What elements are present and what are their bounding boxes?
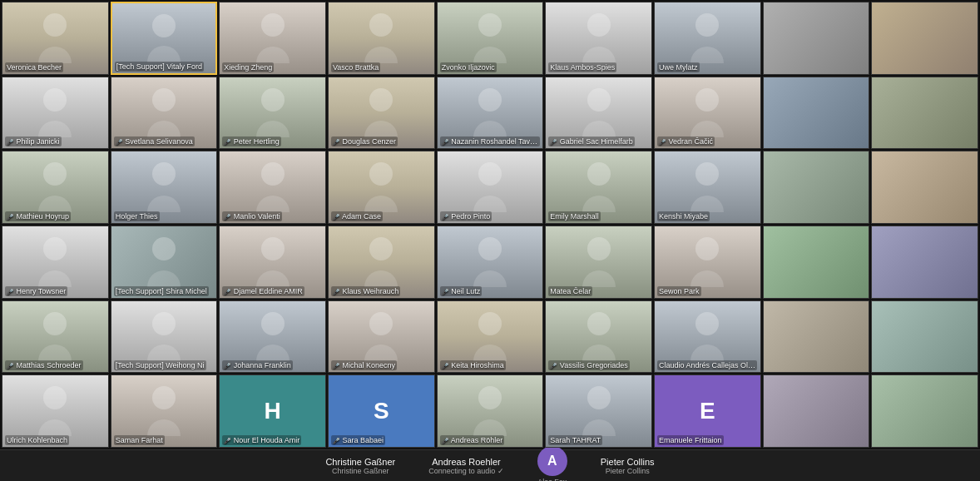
video-tile-matea-celar[interactable]: Matea Čelar: [545, 226, 652, 299]
tile-label-claudio-callejas: Claudio Andrés Callejas Olguín: [657, 360, 757, 370]
video-tile-xieding-zheng[interactable]: Xieding Zheng: [219, 2, 326, 75]
video-tile-empty9[interactable]: [763, 300, 870, 374]
tile-label-peter-hertling: 🎤 Peter Hertling: [222, 136, 281, 146]
tile-label-uwe-mylatz: Uwe Mylatz: [657, 62, 700, 72]
tile-label-mathieu-hoyrup: 🎤 Mathieu Hoyrup: [5, 211, 71, 221]
video-tile-weihong-ni[interactable]: [Tech Support] Weihong Ni: [111, 300, 218, 374]
tile-label-sewon-park: Sewon Park: [657, 286, 701, 296]
tile-label-kenshi-miyabe: Kenshi Miyabe: [657, 211, 710, 221]
bottom-sub-2: Connecting to audio ✓: [428, 467, 504, 475]
tile-label-vedran-cacic: 🎤 Vedran Čačić: [657, 136, 715, 146]
tile-label-philip-janicki: 🎤 Philip Janicki: [5, 136, 62, 146]
video-tile-klaus-ambos-spies[interactable]: Klaus Ambos-Spies: [545, 2, 652, 75]
video-tile-keita-hiroshima[interactable]: 🎤 Keita Hiroshima: [437, 300, 544, 374]
tile-label-vasco-brattka: Vasco Brattka: [331, 62, 380, 72]
video-tile-klaus-weihrauch[interactable]: 🎤 Klaus Weihrauch: [328, 226, 435, 299]
video-tile-empty10[interactable]: [871, 300, 978, 374]
video-tile-manlio-valenti[interactable]: 🎤 Manlio Valenti: [219, 151, 326, 224]
video-tile-empty11[interactable]: [763, 374, 870, 448]
tile-label-adam-case: 🎤 Adam Case: [331, 211, 383, 221]
video-tile-nour-el-houda[interactable]: h🎤 Nour El Houda Amir: [219, 374, 326, 448]
video-tile-empty12[interactable]: [871, 374, 978, 448]
bottom-sub-3: Pieter Collins: [606, 467, 650, 475]
tile-label-gabriel-sac-himelfarb: 🎤 Gabriel Sac Himelfarb: [548, 136, 635, 146]
tile-label-svetlana-selivanova: 🎤 Svetlana Selivanova: [114, 136, 195, 146]
video-tile-emanuele-frittaion[interactable]: EEmanuele Frittaion: [654, 374, 761, 448]
video-tile-philip-janicki[interactable]: 🎤 Philip Janicki: [2, 77, 109, 150]
video-tile-zvonko-iljazovic[interactable]: Zvonko Iljazovic: [437, 2, 544, 75]
video-tile-neil-lutz[interactable]: 🎤 Neil Lutz: [437, 226, 544, 299]
tile-label-zvonko-iljazovic: Zvonko Iljazovic: [440, 62, 497, 72]
video-tile-pedro-pinto[interactable]: 🎤 Pedro Pinto: [437, 151, 544, 224]
bottom-name-2: Andreas Roehler: [432, 457, 501, 467]
video-tile-empty6[interactable]: [871, 151, 978, 224]
tile-label-keita-hiroshima: 🎤 Keita Hiroshima: [440, 360, 506, 370]
video-tile-kenshi-miyabe[interactable]: Kenshi Miyabe: [654, 151, 761, 224]
video-tile-djamel-amir[interactable]: 🎤 Djamel Eddine AMIR: [219, 226, 326, 299]
video-tile-empty4[interactable]: [871, 77, 978, 150]
tile-label-matea-celar: Matea Čelar: [548, 286, 592, 296]
video-tile-empty5[interactable]: [763, 151, 870, 224]
video-tile-henry-towsner[interactable]: 🎤 Henry Towsner: [2, 226, 109, 299]
video-tile-sewon-park[interactable]: Sewon Park: [654, 226, 761, 299]
video-tile-svetlana-selivanova[interactable]: 🎤 Svetlana Selivanova: [111, 77, 218, 150]
video-tile-johanna-franklin[interactable]: 🎤 Johanna Franklin: [219, 300, 326, 374]
video-tile-empty2[interactable]: [871, 2, 978, 75]
video-tile-uwe-mylatz[interactable]: Uwe Mylatz: [654, 2, 761, 75]
video-tile-adam-case[interactable]: 🎤 Adam Case: [328, 151, 435, 224]
tile-label-neil-lutz: 🎤 Neil Lutz: [440, 286, 483, 296]
tile-label-johanna-franklin: 🎤 Johanna Franklin: [222, 360, 293, 370]
video-tile-sarah-tahrat[interactable]: Sarah TAHRAT: [545, 374, 652, 448]
bottom-bar: Christine Gaßner Christine Gaßner Andrea…: [0, 449, 980, 481]
video-tile-ulrich-kohlenbach[interactable]: Ulrich Kohlenbach: [2, 374, 109, 448]
alec-fox-sub: Alec Fox: [537, 478, 567, 482]
tile-label-sara-babaei: 🎤 Sara Babaei: [331, 435, 385, 445]
tile-label-sarah-tahrat: Sarah TAHRAT: [548, 435, 602, 445]
video-tile-empty1[interactable]: [763, 2, 870, 75]
tile-label-xieding-zheng: Xieding Zheng: [222, 62, 274, 72]
video-tile-matthias-schroeder[interactable]: 🎤 Matthias Schroeder: [2, 300, 109, 374]
video-tile-shira-michel[interactable]: [Tech Support] Shira Michel: [111, 226, 218, 299]
video-tile-saman-farhat[interactable]: Saman Farhat: [111, 374, 218, 448]
tile-label-pedro-pinto: 🎤 Pedro Pinto: [440, 211, 492, 221]
video-tile-empty8[interactable]: [871, 226, 978, 299]
video-tile-emily-marshall[interactable]: Emily Marshall: [545, 151, 652, 224]
bottom-participant-2: Andreas Roehler Connecting to audio ✓: [428, 457, 504, 475]
video-tile-empty3[interactable]: [763, 77, 870, 150]
video-tile-vedran-cacic[interactable]: 🎤 Vedran Čačić: [654, 77, 761, 150]
tile-label-vitaly-ford: [Tech Support] Vitaly Ford: [115, 62, 204, 72]
video-grid: Veronica Becher[Tech Support] Vitaly For…: [0, 0, 980, 449]
tile-label-veronica-becher: Veronica Becher: [5, 62, 63, 72]
tile-label-matthias-schroeder: 🎤 Matthias Schroeder: [5, 360, 83, 370]
video-tile-claudio-callejas[interactable]: Claudio Andrés Callejas Olguín: [654, 300, 761, 374]
video-tile-sara-babaei[interactable]: s🎤 Sara Babaei: [328, 374, 435, 448]
bottom-name-1: Christine Gaßner: [325, 457, 395, 467]
tile-label-holger-thies: Holger Thies: [114, 211, 160, 221]
bottom-participant-3: Pieter Collins Pieter Collins: [601, 457, 655, 475]
video-tile-andreas-rohler[interactable]: 🎤 Andreas Röhler: [437, 374, 544, 448]
video-tile-vasco-brattka[interactable]: Vasco Brattka: [328, 2, 435, 75]
tile-label-nour-el-houda: 🎤 Nour El Houda Amir: [222, 435, 301, 445]
video-tile-veronica-becher[interactable]: Veronica Becher: [2, 2, 109, 75]
bottom-participant-1: Christine Gaßner Christine Gaßner: [325, 457, 395, 475]
tile-label-manlio-valenti: 🎤 Manlio Valenti: [222, 211, 281, 221]
video-tile-vitaly-ford[interactable]: [Tech Support] Vitaly Ford: [111, 2, 218, 75]
tile-label-michal-konecny: 🎤 Michal Konecny: [331, 360, 397, 370]
video-tile-nazanin-roshandel[interactable]: 🎤 Nazanin Roshandel Tavana: [437, 77, 544, 150]
tile-label-ulrich-kohlenbach: Ulrich Kohlenbach: [5, 435, 69, 445]
video-tile-peter-hertling[interactable]: 🎤 Peter Hertling: [219, 77, 326, 150]
video-tile-vassilis-gregoriades[interactable]: 🎤 Vassilis Gregoriades: [545, 300, 652, 374]
video-tile-gabriel-sac-himelfarb[interactable]: 🎤 Gabriel Sac Himelfarb: [545, 77, 652, 150]
video-tile-michal-konecny[interactable]: 🎤 Michal Konecny: [328, 300, 435, 374]
tile-label-andreas-rohler: 🎤 Andreas Röhler: [440, 435, 505, 445]
tile-label-saman-farhat: Saman Farhat: [114, 435, 165, 445]
video-tile-mathieu-hoyrup[interactable]: 🎤 Mathieu Hoyrup: [2, 151, 109, 224]
alec-avatar: A: [537, 446, 567, 476]
tile-label-klaus-ambos-spies: Klaus Ambos-Spies: [548, 62, 616, 72]
tile-label-vassilis-gregoriades: 🎤 Vassilis Gregoriades: [548, 360, 629, 370]
video-tile-empty7[interactable]: [763, 226, 870, 299]
video-tile-douglas-cenzer[interactable]: 🎤 Douglas Cenzer: [328, 77, 435, 150]
video-tile-holger-thies[interactable]: Holger Thies: [111, 151, 218, 224]
tile-label-weihong-ni: [Tech Support] Weihong Ni: [114, 360, 206, 370]
bottom-participant-alec: A Alec Fox: [537, 446, 567, 482]
